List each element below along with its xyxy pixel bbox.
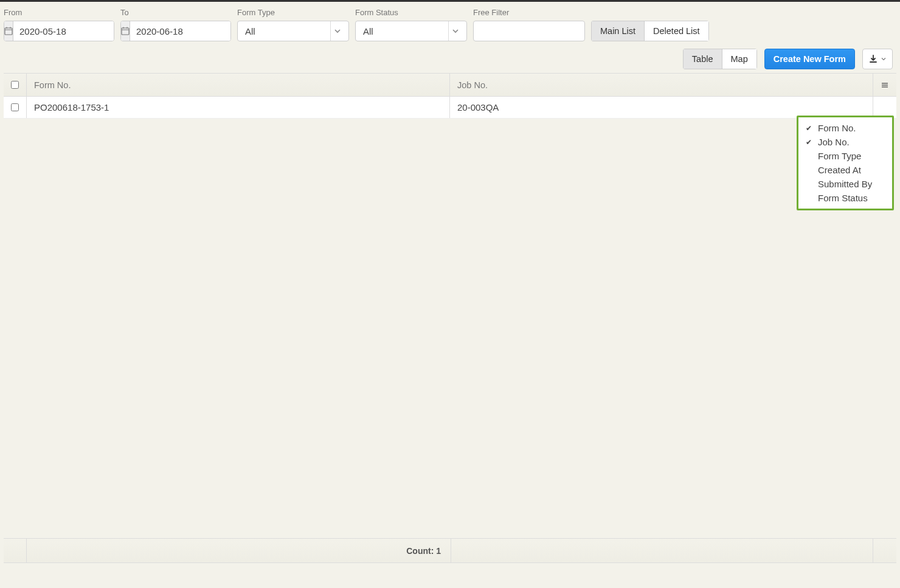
cell-job-no: 20-003QA: [450, 97, 873, 118]
to-date-wrap[interactable]: [120, 21, 231, 41]
column-menu-item[interactable]: Created At: [805, 163, 886, 177]
create-new-form-button[interactable]: Create New Form: [764, 49, 855, 69]
chevron-down-icon: [448, 21, 462, 41]
from-date-input[interactable]: [13, 21, 114, 41]
cell-form-no: PO200618-1753-1: [27, 97, 450, 118]
map-view-button[interactable]: Map: [722, 49, 757, 69]
svg-rect-0: [5, 28, 12, 35]
column-menu-item[interactable]: Form Type: [805, 149, 886, 163]
column-menu-item[interactable]: Submitted By: [805, 177, 886, 191]
form-status-label: Form Status: [355, 8, 467, 21]
chevron-down-icon: [330, 21, 344, 41]
form-type-value: All: [245, 26, 255, 36]
header-job-no[interactable]: Job No.: [450, 74, 873, 96]
view-toggle-group: Table Map: [683, 49, 757, 69]
column-menu-item[interactable]: ✔ Form No.: [805, 121, 886, 135]
column-menu-label: Form No.: [818, 123, 856, 133]
column-menu-label: Form Status: [818, 193, 868, 203]
empty-table-area: [4, 119, 896, 538]
table-footer: Count: 1: [4, 538, 896, 562]
column-menu-item[interactable]: ✔ Job No.: [805, 135, 886, 149]
main-list-button[interactable]: Main List: [591, 21, 645, 41]
from-date-wrap[interactable]: [4, 21, 114, 41]
list-toggle-group: Main List Deleted List: [591, 21, 709, 41]
row-checkbox[interactable]: [11, 103, 19, 111]
column-menu-label: Form Type: [818, 151, 861, 161]
calendar-icon: [121, 21, 130, 41]
form-status-select[interactable]: All: [355, 21, 467, 41]
download-icon: [869, 55, 878, 63]
svg-rect-4: [122, 28, 129, 35]
form-type-label: Form Type: [237, 8, 349, 21]
column-menu-popup: ✔ Form No. ✔ Job No. Form Type Created A…: [797, 116, 894, 210]
forms-table: Form No. Job No. PO200618-1753-1 20-003Q…: [4, 73, 896, 563]
column-menu-label: Job No.: [818, 137, 850, 147]
from-label: From: [4, 8, 114, 21]
header-form-no[interactable]: Form No.: [27, 74, 450, 96]
table-header: Form No. Job No.: [4, 74, 896, 97]
download-button[interactable]: [862, 49, 893, 69]
table-view-button[interactable]: Table: [683, 49, 722, 69]
check-icon: ✔: [805, 124, 813, 133]
column-menu-label: Created At: [818, 165, 861, 175]
column-menu-button[interactable]: [873, 74, 896, 96]
free-filter-input[interactable]: [473, 21, 585, 41]
footer-count: Count: 1: [27, 539, 451, 562]
form-status-value: All: [363, 26, 373, 36]
free-filter-label: Free Filter: [473, 8, 585, 21]
chevron-down-icon: [881, 57, 886, 61]
column-menu-item[interactable]: Form Status: [805, 191, 886, 205]
check-icon: ✔: [805, 138, 813, 147]
to-date-input[interactable]: [130, 21, 231, 41]
table-row[interactable]: PO200618-1753-1 20-003QA: [4, 97, 896, 119]
deleted-list-button[interactable]: Deleted List: [645, 21, 709, 41]
select-all-checkbox[interactable]: [11, 81, 19, 89]
form-type-select[interactable]: All: [237, 21, 349, 41]
calendar-icon: [4, 21, 13, 41]
to-label: To: [120, 8, 231, 21]
column-menu-label: Submitted By: [818, 179, 872, 189]
